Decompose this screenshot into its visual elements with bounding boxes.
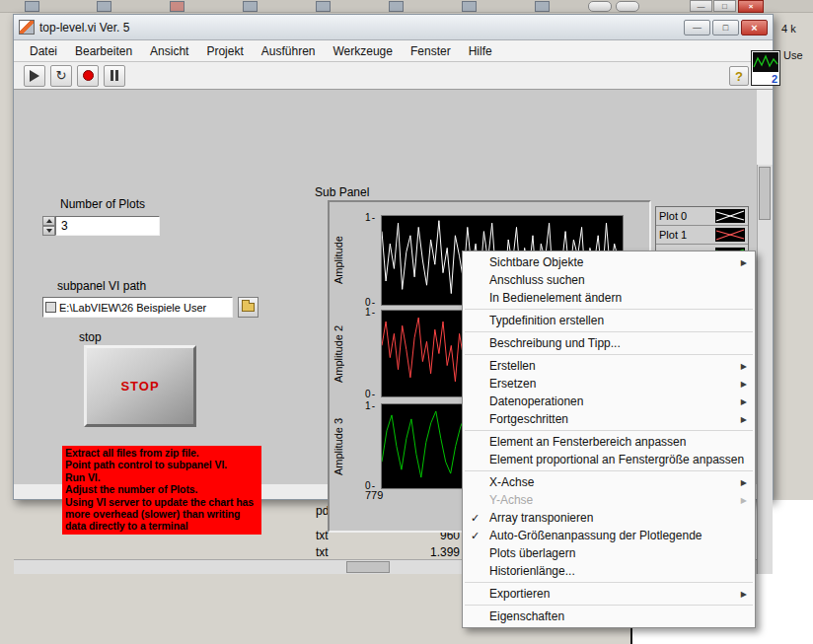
context-menu-item[interactable]: ✓Array transponieren	[463, 509, 755, 527]
bg-minimize-button[interactable]: —	[690, 0, 712, 12]
background-toolbar-button[interactable]	[588, 1, 612, 12]
y-tick-max: 1	[353, 400, 375, 411]
stop-button[interactable]: STOP	[84, 345, 196, 427]
note-line: Extract all files from zip file.	[65, 447, 259, 459]
context-menu-item: Y-Achse▶	[463, 491, 755, 509]
context-menu-item-label: Historienlänge...	[489, 564, 575, 578]
menu-item-bearbeiten[interactable]: Bearbeiten	[66, 42, 141, 60]
background-toolbar-button[interactable]	[616, 1, 639, 12]
run-continuous-icon: ↻	[56, 69, 67, 82]
context-menu-item[interactable]: ✓Auto-Größenanpassung der Plotlegende	[463, 527, 755, 544]
vi-icon-badge: 2	[772, 73, 777, 85]
help-button[interactable]: ?	[729, 66, 749, 86]
vi-icon-chart	[753, 52, 778, 72]
vi-icon-pane: 2	[751, 50, 780, 86]
y-tick-min: 0	[353, 389, 375, 399]
pause-button[interactable]	[104, 65, 125, 87]
run-button[interactable]	[24, 65, 45, 87]
context-menu-item[interactable]: Erstellen▶	[463, 357, 755, 375]
subpanel-label: Sub Panel	[315, 185, 369, 199]
desktop-icon[interactable]	[535, 1, 550, 12]
desktop-icon[interactable]	[97, 1, 111, 12]
background-text-fragment: Use	[783, 49, 803, 61]
context-menu-item[interactable]: Eigenschaften	[463, 608, 755, 625]
menu-item-ausführen[interactable]: Ausführen	[253, 42, 325, 60]
legend-label: Plot 0	[659, 210, 687, 222]
bg-close-button[interactable]: ×	[738, 0, 764, 13]
legend-row-plot1[interactable]: Plot 1	[656, 226, 748, 245]
maximize-button[interactable]: □	[712, 20, 739, 36]
y-tick-max: 1	[353, 212, 375, 223]
context-menu-item[interactable]: Historienlänge...	[463, 562, 755, 580]
context-menu-item-label: Array transponieren	[489, 511, 593, 525]
legend-row-plot0[interactable]: Plot 0	[656, 207, 748, 226]
plot-line-sample-icon	[715, 228, 745, 242]
context-menu-item[interactable]: Plots überlagern	[463, 544, 755, 562]
submenu-arrow-icon: ▶	[741, 590, 747, 599]
context-menu-item[interactable]: Sichtbare Objekte▶	[463, 253, 755, 271]
context-menu-item[interactable]: Ersetzen▶	[463, 375, 755, 393]
abort-button[interactable]	[77, 65, 99, 87]
menu-item-datei[interactable]: Datei	[21, 42, 66, 60]
vi-icon	[19, 20, 35, 35]
title-bar[interactable]: top-level.vi Ver. 5 — □ ×	[14, 15, 773, 40]
scrollbar-thumb[interactable]	[346, 561, 390, 573]
menu-item-werkzeuge[interactable]: Werkzeuge	[324, 42, 401, 60]
desktop-icon[interactable]	[389, 1, 404, 12]
context-menu-item-label: Element an Fensterbereich anpassen	[489, 435, 686, 449]
path-label: subpanel VI path	[57, 279, 146, 293]
checkmark-icon: ✓	[471, 512, 480, 525]
background-text-fragment: 4 k	[781, 23, 796, 35]
increment-button[interactable]	[42, 216, 55, 226]
bg-maximize-button[interactable]: □	[713, 0, 736, 12]
context-menu-item[interactable]: In Bedienelement ändern	[463, 289, 755, 307]
legend-label: Plot 1	[659, 229, 687, 241]
submenu-arrow-icon: ▶	[741, 380, 747, 389]
menu-separator	[465, 430, 753, 431]
file-type: txt	[316, 545, 329, 559]
context-menu-item[interactable]: Beschreibung und Tipp...	[463, 334, 755, 352]
context-menu-item-label: Erstellen	[489, 359, 536, 373]
menu-item-ansicht[interactable]: Ansicht	[141, 42, 197, 60]
menu-separator	[465, 331, 753, 332]
context-menu-item[interactable]: Datenoperationen▶	[463, 393, 755, 410]
menu-item-fenster[interactable]: Fenster	[402, 42, 460, 60]
decrement-button[interactable]	[42, 226, 55, 236]
context-menu-item[interactable]: Element proportional an Fenstergröße anp…	[463, 451, 755, 468]
folder-icon	[242, 303, 255, 312]
context-menu-item-label: Fortgeschritten	[489, 412, 568, 426]
checkmark-icon: ✓	[471, 530, 480, 542]
context-menu-item[interactable]: Element an Fensterbereich anpassen	[463, 433, 755, 451]
desktop-icon[interactable]	[170, 1, 185, 12]
context-menu-item[interactable]: Anschluss suchen	[463, 271, 755, 289]
quantity-stepper	[42, 216, 55, 236]
caption-buttons: — □ ×	[684, 20, 768, 36]
desktop-icon[interactable]	[243, 1, 258, 12]
submenu-arrow-icon: ▶	[741, 397, 747, 406]
submenu-arrow-icon: ▶	[741, 258, 747, 267]
desktop-icon[interactable]	[316, 1, 331, 12]
spinner-up-icon	[46, 219, 52, 223]
browse-button[interactable]	[238, 297, 259, 318]
scrollbar-thumb[interactable]	[759, 167, 771, 220]
context-menu-item[interactable]: Exportieren▶	[463, 585, 755, 603]
minimize-button[interactable]: —	[684, 20, 710, 36]
plots-input[interactable]: 3	[55, 216, 160, 236]
run-continuous-button[interactable]: ↻	[50, 65, 72, 87]
menu-item-projekt[interactable]: Projekt	[197, 42, 252, 60]
submenu-arrow-icon: ▶	[741, 478, 747, 487]
stop-label: stop	[79, 330, 102, 344]
close-button[interactable]: ×	[741, 20, 768, 36]
vertical-scrollbar[interactable]	[757, 165, 773, 574]
desktop-icon[interactable]	[25, 1, 39, 12]
close-icon: ×	[749, 2, 754, 11]
context-menu-item[interactable]: X-Achse▶	[463, 473, 755, 491]
menu-item-hilfe[interactable]: Hilfe	[460, 42, 501, 60]
context-menu-item[interactable]: Fortgeschritten▶	[463, 410, 755, 428]
context-menu-item-label: Auto-Größenanpassung der Plotlegende	[489, 529, 702, 542]
spinner-down-icon	[46, 229, 52, 233]
path-input[interactable]: E:\LabVIEW\26 Beispiele User	[42, 297, 233, 318]
desktop-icon[interactable]	[462, 1, 477, 12]
context-menu-item-label: X-Achse	[489, 475, 534, 489]
context-menu-item[interactable]: Typdefinition erstellen	[463, 312, 755, 329]
